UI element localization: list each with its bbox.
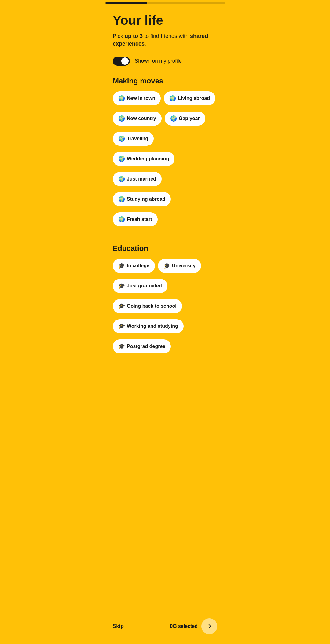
chip-label: New country [127, 116, 156, 121]
chip-label: Traveling [127, 136, 148, 141]
chip-fresh-start[interactable]: 🌍 Fresh start [113, 212, 158, 226]
chip-in-college[interactable]: 🎓 In college [113, 259, 155, 273]
toggle-label: Shown on my profile [135, 58, 182, 64]
graduation-icon: 🎓 [118, 343, 125, 350]
graduation-icon: 🎓 [118, 323, 125, 330]
page-title: Your life [113, 13, 217, 27]
chip-label: Postgrad degree [127, 344, 165, 349]
making-moves-chips: 🌍 New in town 🌍 Living abroad 🌍 New coun… [113, 91, 217, 229]
graduation-icon: 🎓 [118, 303, 125, 309]
education-chips: 🎓 In college 🎓 University 🎓 Just graduat… [113, 259, 217, 357]
globe-icon: 🌍 [169, 95, 176, 102]
subtitle: Pick up to 3 to find friends with shared… [113, 32, 217, 48]
globe-icon: 🌍 [118, 216, 125, 223]
education-section: Education 🎓 In college 🎓 University 🎓 Ju… [113, 244, 217, 357]
globe-icon: 🌍 [118, 156, 125, 162]
globe-icon: 🌍 [118, 176, 125, 182]
chip-studying-abroad[interactable]: 🌍 Studying abroad [113, 192, 171, 206]
globe-icon: 🌍 [118, 196, 125, 203]
making-moves-section: Making moves 🌍 New in town 🌍 Living abro… [113, 77, 217, 229]
chip-wedding-planning[interactable]: 🌍 Wedding planning [113, 152, 174, 166]
chip-traveling[interactable]: 🌍 Traveling [113, 132, 154, 146]
chip-new-in-town[interactable]: 🌍 New in town [113, 91, 161, 105]
graduation-icon: 🎓 [118, 262, 125, 269]
chip-label: Going back to school [127, 303, 177, 309]
chip-label: Working and studying [127, 324, 178, 329]
chip-new-country[interactable]: 🌍 New country [113, 112, 162, 126]
chip-label: In college [127, 263, 149, 269]
chip-label: New in town [127, 96, 155, 101]
chip-label: Gap year [179, 116, 200, 121]
chip-label: Wedding planning [127, 156, 169, 162]
globe-icon: 🌍 [118, 135, 125, 142]
toggle-knob [121, 57, 129, 65]
chip-label: Studying abroad [127, 196, 165, 202]
chip-label: Living abroad [178, 96, 210, 101]
chip-label: University [172, 263, 196, 269]
chip-living-abroad[interactable]: 🌍 Living abroad [164, 91, 215, 105]
profile-toggle[interactable] [113, 57, 130, 66]
chip-just-married[interactable]: 🌍 Just married [113, 172, 162, 186]
progress-bar-fill [105, 2, 147, 4]
chip-going-back-to-school[interactable]: 🎓 Going back to school [113, 299, 182, 313]
chip-label: Fresh start [127, 217, 152, 222]
chip-postgrad-degree[interactable]: 🎓 Postgrad degree [113, 339, 171, 353]
chip-working-and-studying[interactable]: 🎓 Working and studying [113, 319, 184, 333]
education-title: Education [113, 244, 217, 253]
graduation-icon: 🎓 [163, 262, 170, 269]
chip-just-graduated[interactable]: 🎓 Just graduated [113, 279, 167, 293]
chip-label: Just married [127, 176, 156, 182]
making-moves-title: Making moves [113, 77, 217, 85]
globe-icon: 🌍 [118, 95, 125, 102]
globe-icon: 🌍 [170, 115, 177, 122]
chip-label: Just graduated [127, 283, 162, 289]
graduation-icon: 🎓 [118, 283, 125, 289]
progress-bar-container [105, 2, 225, 4]
chip-gap-year[interactable]: 🌍 Gap year [165, 112, 205, 126]
globe-icon: 🌍 [118, 115, 125, 122]
chip-university[interactable]: 🎓 University [158, 259, 201, 273]
